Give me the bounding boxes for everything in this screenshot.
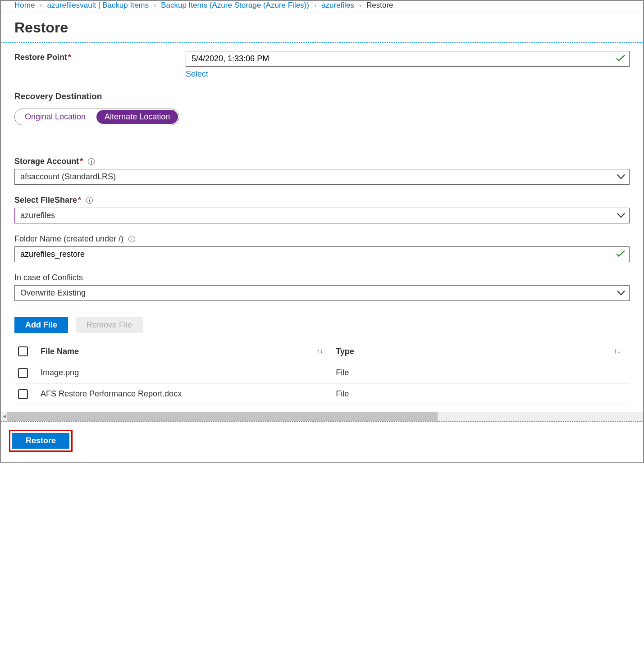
file-name-cell: AFS Restore Performance Report.docx [37, 383, 332, 405]
row-checkbox[interactable] [18, 389, 28, 399]
conflicts-select[interactable]: Overwrite Existing [14, 285, 630, 301]
row-checkbox[interactable] [18, 368, 28, 378]
column-header-type[interactable]: Type ↑↓ [332, 341, 630, 362]
select-all-checkbox[interactable] [18, 346, 28, 356]
info-icon[interactable]: i [128, 236, 135, 242]
folder-name-input[interactable] [14, 246, 630, 262]
files-table: File Name ↑↓ Type ↑↓ Image.png File AFS … [14, 341, 630, 405]
horizontal-scrollbar[interactable]: ◄ [1, 412, 643, 421]
info-icon[interactable]: i [88, 158, 95, 165]
breadcrumb: Home › azurefilesvault | Backup Items › … [1, 1, 643, 13]
info-icon[interactable]: i [86, 197, 93, 204]
file-type-cell: File [332, 383, 630, 405]
required-marker: * [78, 196, 81, 205]
folder-name-label: Folder Name (created under /) i [14, 234, 630, 244]
remove-file-button: Remove File [76, 317, 143, 333]
sort-icon: ↑↓ [614, 347, 621, 355]
original-location-option[interactable]: Original Location [17, 110, 94, 124]
breadcrumb-current: Restore [366, 1, 393, 9]
recovery-destination-label: Recovery Destination [14, 91, 630, 101]
scroll-left-icon: ◄ [2, 413, 7, 419]
check-icon [616, 54, 625, 64]
file-name-cell: Image.png [37, 362, 332, 383]
breadcrumb-separator: › [359, 1, 362, 9]
select-restore-point-link[interactable]: Select [186, 69, 208, 79]
breadcrumb-home[interactable]: Home [14, 1, 35, 9]
conflicts-label: In case of Conflicts [14, 273, 630, 282]
table-row[interactable]: Image.png File [14, 362, 630, 383]
breadcrumb-vault[interactable]: azurefilesvault | Backup Items [47, 1, 149, 9]
table-row[interactable]: AFS Restore Performance Report.docx File [14, 383, 630, 405]
restore-button-highlight: Restore [9, 430, 73, 452]
storage-account-label: Storage Account* i [14, 157, 630, 166]
column-header-filename[interactable]: File Name ↑↓ [37, 341, 332, 362]
restore-point-label: Restore Point* [14, 51, 186, 62]
divider [1, 42, 643, 43]
scrollbar-thumb[interactable] [7, 412, 438, 421]
breadcrumb-separator: › [40, 1, 42, 9]
page-title: Restore [1, 13, 643, 42]
add-file-button[interactable]: Add File [14, 317, 68, 333]
recovery-destination-toggle: Original Location Alternate Location [14, 109, 179, 125]
file-type-cell: File [332, 362, 630, 383]
fileshare-label: Select FileShare* i [14, 196, 630, 205]
alternate-location-option[interactable]: Alternate Location [96, 110, 178, 124]
breadcrumb-separator: › [314, 1, 317, 9]
breadcrumb-separator: › [154, 1, 156, 9]
storage-account-select[interactable]: afsaccount (StandardLRS) [14, 169, 630, 185]
restore-button[interactable]: Restore [12, 433, 69, 449]
required-marker: * [68, 53, 71, 62]
restore-point-input[interactable] [186, 51, 630, 67]
breadcrumb-backup-items[interactable]: Backup Items (Azure Storage (Azure Files… [161, 1, 309, 9]
check-icon [616, 249, 625, 259]
required-marker: * [80, 157, 83, 166]
sort-icon: ↑↓ [316, 347, 323, 355]
fileshare-select[interactable]: azurefiles [14, 208, 630, 223]
breadcrumb-azurefiles[interactable]: azurefiles [321, 1, 354, 9]
